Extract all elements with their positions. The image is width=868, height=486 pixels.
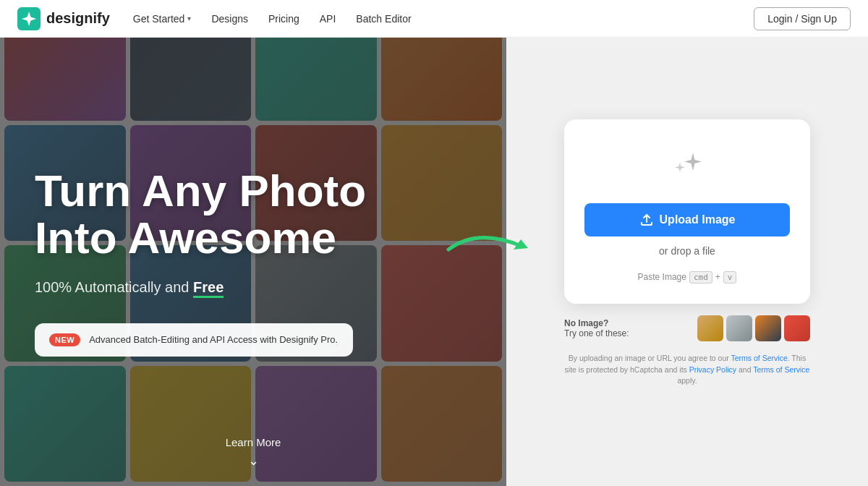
- privacy-link[interactable]: Privacy Policy: [689, 365, 736, 374]
- learn-more-label: Learn More: [226, 436, 281, 448]
- badge-description: Advanced Batch-Editing and API Access wi…: [89, 333, 338, 346]
- nav-designs[interactable]: Designs: [211, 13, 248, 25]
- paste-key-v: v: [723, 271, 737, 284]
- login-button[interactable]: Login / Sign Up: [754, 7, 851, 30]
- sample-images-row: No Image? Try one of these:: [564, 315, 810, 341]
- logo-link[interactable]: designify: [17, 7, 110, 30]
- new-badge: NEW: [49, 333, 80, 346]
- logo-icon: [17, 7, 41, 30]
- sparkles-icon-area: [665, 145, 709, 189]
- sample-thumbs: [697, 315, 810, 341]
- nav-pricing[interactable]: Pricing: [268, 13, 299, 25]
- nav-batch-editor[interactable]: Batch Editor: [356, 13, 411, 25]
- upload-image-button[interactable]: Upload Image: [584, 203, 790, 236]
- sample-thumb-1[interactable]: [697, 315, 723, 341]
- free-label: Free: [193, 279, 224, 298]
- nav-get-started[interactable]: Get Started ▾: [133, 13, 192, 25]
- nav-api[interactable]: API: [320, 13, 336, 25]
- sample-thumb-3[interactable]: [755, 315, 781, 341]
- paste-row: Paste Image cmd + v: [638, 271, 737, 284]
- nav-links: Get Started ▾ Designs Pricing API Batch …: [133, 13, 754, 25]
- sample-label: No Image? Try one of these:: [564, 318, 690, 338]
- paste-key-cmd: cmd: [689, 271, 712, 284]
- terms-link-1[interactable]: Terms of Service: [731, 354, 788, 362]
- logo-text: designify: [46, 10, 110, 27]
- hero-section: Turn Any Photo Into Awesome 100% Automat…: [0, 0, 506, 486]
- hero-badge-bar: NEW Advanced Batch-Editing and API Acces…: [35, 323, 353, 357]
- chevron-down-icon: ▾: [187, 14, 191, 22]
- tool-section: Upload Image or drop a file Paste Image …: [506, 0, 868, 486]
- nav-cta-area: Login / Sign Up: [754, 7, 851, 30]
- navbar: designify Get Started ▾ Designs Pricing …: [0, 0, 868, 38]
- hero-title: Turn Any Photo Into Awesome: [35, 167, 440, 261]
- sample-thumb-2[interactable]: [726, 315, 752, 341]
- sample-thumb-4[interactable]: [784, 315, 810, 341]
- hero-content: Turn Any Photo Into Awesome 100% Automat…: [0, 0, 506, 486]
- main-wrapper: Turn Any Photo Into Awesome 100% Automat…: [0, 0, 868, 486]
- chevron-down-icon: ⌄: [248, 453, 259, 469]
- hero-subtitle: 100% Automatically and Free: [35, 279, 506, 296]
- sparkles-icon: [665, 145, 709, 189]
- legal-text: By uploading an image or URL you agree t…: [564, 353, 810, 387]
- learn-more-area[interactable]: Learn More ⌄: [0, 436, 506, 486]
- drop-file-label: or drop a file: [659, 245, 715, 257]
- terms-link-2[interactable]: Terms of Service: [753, 365, 809, 374]
- upload-card: Upload Image or drop a file Paste Image …: [564, 119, 810, 304]
- paste-label: Paste Image: [638, 272, 686, 282]
- upload-icon: [639, 213, 654, 227]
